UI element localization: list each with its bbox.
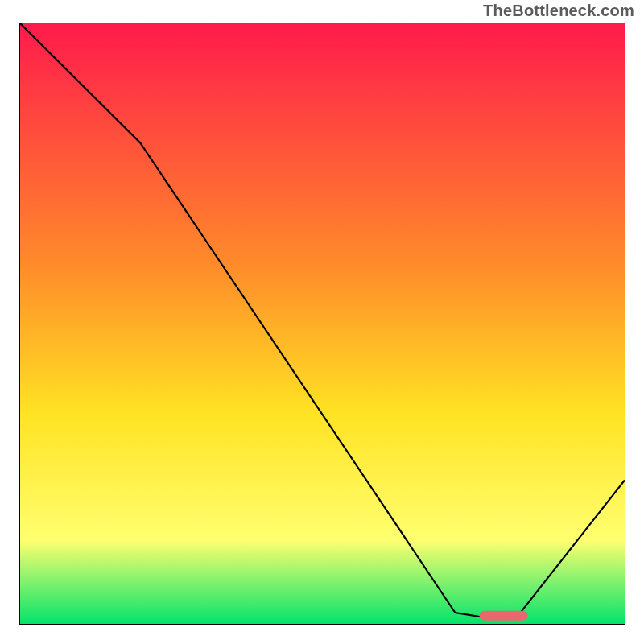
chart-container: TheBottleneck.com [0,0,644,644]
chart-svg [19,23,625,625]
watermark-text: TheBottleneck.com [483,2,634,20]
optimal-marker [480,611,528,621]
plot-area [19,23,625,625]
